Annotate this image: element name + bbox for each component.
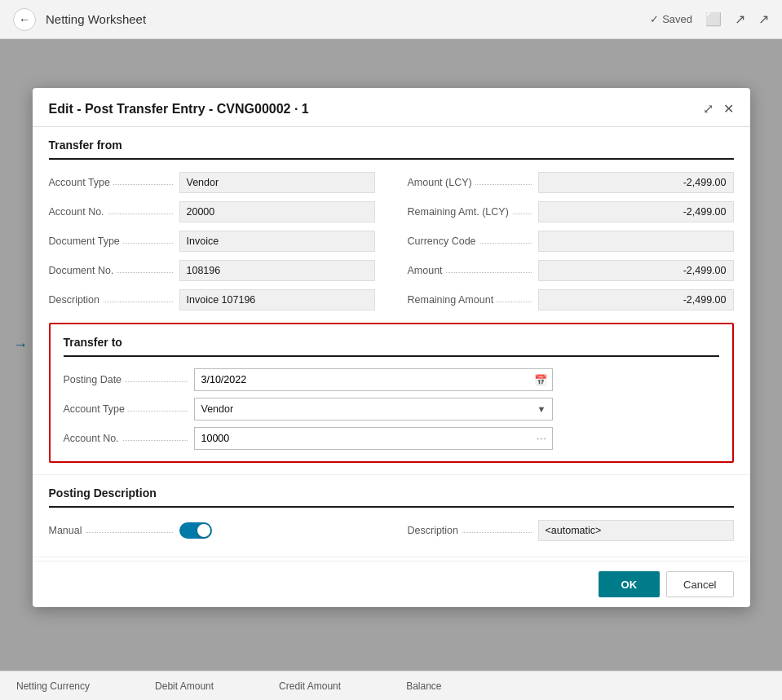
account-type-to-row: Account Type Vendor Customer G/L Account… xyxy=(64,398,553,420)
posting-date-input-wrapper[interactable]: 📅 xyxy=(194,368,553,391)
amount-lcy-label: Amount (LCY) xyxy=(408,177,538,188)
posting-description-section: Posting Description Manual Description <… xyxy=(33,474,750,553)
modal-header-actions: ⤢ ✕ xyxy=(703,101,734,117)
modal-header: Edit - Post Transfer Entry - CVNG00002 ·… xyxy=(33,88,750,127)
saved-indicator: ✓ Saved xyxy=(650,13,692,25)
col-netting-currency: Netting Currency xyxy=(16,680,90,692)
bookmark-icon[interactable]: ⬜ xyxy=(705,11,722,27)
back-button[interactable]: ← xyxy=(13,8,36,31)
ok-button[interactable]: OK xyxy=(599,571,661,597)
amount-lcy-row: Amount (LCY) -2,499.00 xyxy=(408,171,734,194)
modal-close-icon[interactable]: ✕ xyxy=(723,101,734,117)
description-from-value: Invoice 107196 xyxy=(179,289,375,310)
posting-date-row: Posting Date 📅 xyxy=(64,368,553,391)
document-type-value: Invoice xyxy=(179,231,375,252)
bottom-table-header: Netting Currency Debit Amount Credit Amo… xyxy=(0,671,782,700)
col-balance: Balance xyxy=(406,680,441,692)
account-type-to-label: Account Type xyxy=(64,403,194,415)
account-no-to-label: Account No. xyxy=(64,433,194,444)
currency-code-label: Currency Code xyxy=(408,236,538,247)
account-type-from-value: Vendor xyxy=(179,172,375,193)
remaining-amt-lcy-label: Remaining Amt. (LCY) xyxy=(408,206,538,218)
remaining-amount-value: -2,499.00 xyxy=(538,289,734,310)
account-type-from-label: Account Type xyxy=(49,177,179,188)
account-no-to-row: Account No. ··· xyxy=(64,427,553,450)
top-bar-actions: ✓ Saved ⬜ ↗ ↗ xyxy=(650,11,769,27)
account-no-from-row: Account No. 20000 xyxy=(49,200,375,223)
amount-label: Amount xyxy=(408,265,538,276)
modal-footer: OK Cancel xyxy=(33,561,750,607)
modal-dialog: Edit - Post Transfer Entry - CVNG00002 ·… xyxy=(33,88,750,607)
account-no-input-wrapper[interactable]: ··· xyxy=(194,427,553,450)
description-row: Description <automatic> xyxy=(408,519,734,542)
account-no-from-label: Account No. xyxy=(49,206,179,218)
saved-text: Saved xyxy=(662,13,692,25)
transfer-from-grid: Account Type Vendor Amount (LCY) -2,499.… xyxy=(49,171,734,311)
remaining-amt-lcy-value: -2,499.00 xyxy=(538,201,734,222)
account-no-input[interactable] xyxy=(195,428,532,449)
page-title: Netting Worksheet xyxy=(46,12,146,26)
share-icon[interactable]: ↗ xyxy=(735,11,745,27)
posting-description-title: Posting Description xyxy=(49,486,734,508)
manual-row: Manual xyxy=(49,519,375,542)
remaining-amt-lcy-row: Remaining Amt. (LCY) -2,499.00 xyxy=(408,200,734,223)
toggle-knob xyxy=(197,524,210,537)
document-no-row: Document No. 108196 xyxy=(49,259,375,282)
manual-toggle[interactable] xyxy=(179,522,212,539)
posting-description-grid: Manual Description <automatic> xyxy=(49,519,734,542)
amount-value: -2,499.00 xyxy=(538,260,734,281)
modal-overlay: Edit - Post Transfer Entry - CVNG00002 ·… xyxy=(0,39,782,700)
document-no-value: 108196 xyxy=(179,260,375,281)
account-no-from-value: 20000 xyxy=(179,201,375,222)
account-type-select-wrapper[interactable]: Vendor Customer G/L Account ▼ xyxy=(194,398,553,420)
check-icon: ✓ xyxy=(650,13,659,25)
page-background: → Edit - Post Transfer Entry - CVNG00002… xyxy=(0,39,782,700)
calendar-icon[interactable]: 📅 xyxy=(529,374,552,386)
transfer-from-section: Transfer from Account Type Vendor Amount… xyxy=(33,127,750,323)
footer-divider xyxy=(33,557,750,557)
description-row: Description Invoice 107196 xyxy=(49,288,375,311)
transfer-to-section: Transfer to Posting Date 📅 Account Type … xyxy=(49,323,734,463)
col-credit-amount: Credit Amount xyxy=(279,680,341,692)
account-type-from-row: Account Type Vendor xyxy=(49,171,375,194)
account-type-select[interactable]: Vendor Customer G/L Account xyxy=(194,398,553,420)
document-type-label: Document Type xyxy=(49,236,179,247)
description-from-label: Description xyxy=(49,294,179,306)
document-type-row: Document Type Invoice xyxy=(49,230,375,253)
posting-date-input[interactable] xyxy=(195,369,529,390)
document-no-label: Document No. xyxy=(49,265,179,276)
modal-expand-icon[interactable]: ⤢ xyxy=(703,101,714,117)
currency-code-value xyxy=(538,231,734,252)
remaining-amount-row: Remaining Amount -2,499.00 xyxy=(408,288,734,311)
manual-toggle-container xyxy=(179,522,212,539)
currency-code-row: Currency Code xyxy=(408,230,734,253)
amount-lcy-value: -2,499.00 xyxy=(538,172,734,193)
transfer-from-title: Transfer from xyxy=(49,139,734,160)
top-bar: ← Netting Worksheet ✓ Saved ⬜ ↗ ↗ xyxy=(0,0,782,39)
manual-label: Manual xyxy=(49,525,179,536)
cancel-button[interactable]: Cancel xyxy=(666,571,733,597)
transfer-to-title: Transfer to xyxy=(64,336,719,357)
remaining-amount-label: Remaining Amount xyxy=(408,294,538,306)
expand-icon[interactable]: ↗ xyxy=(758,11,769,27)
amount-row: Amount -2,499.00 xyxy=(408,259,734,282)
col-debit-amount: Debit Amount xyxy=(155,680,214,692)
more-options-icon[interactable]: ··· xyxy=(532,434,551,443)
modal-title: Edit - Post Transfer Entry - CVNG00002 ·… xyxy=(49,102,309,117)
description-label: Description xyxy=(408,525,538,536)
description-auto-value: <automatic> xyxy=(538,520,734,541)
posting-date-label: Posting Date xyxy=(64,374,194,385)
